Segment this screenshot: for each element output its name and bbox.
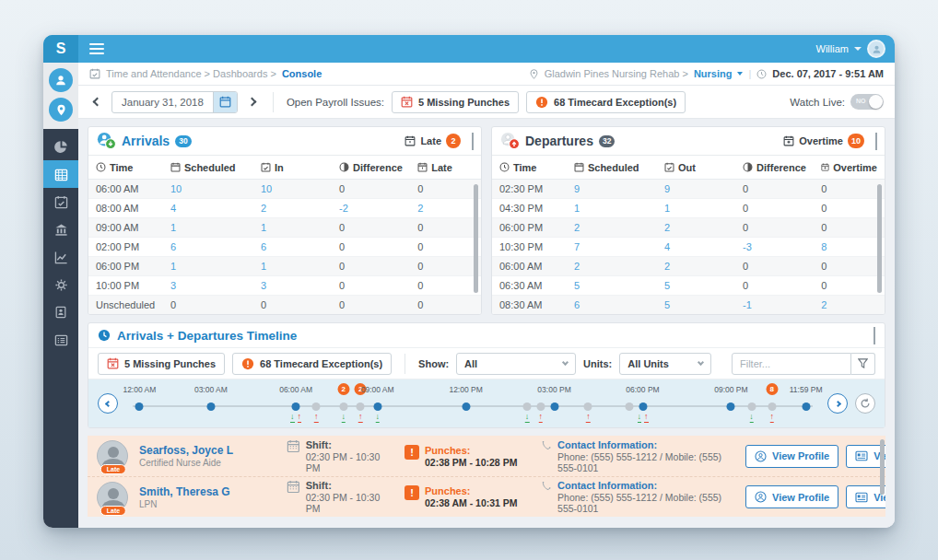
timeline-title: Arrivals + Departures Timeline: [117, 329, 297, 343]
filter-input[interactable]: [732, 353, 851, 375]
collapse-timeline-chevron[interactable]: [874, 327, 875, 344]
calendar-check-icon: [261, 162, 271, 172]
timeline-prev-button[interactable]: [98, 393, 118, 414]
arrival-marker-icon: ↓: [290, 413, 295, 423]
employee-name-link[interactable]: Searfoss, Joyce L: [139, 444, 277, 457]
late-count-badge: 2: [446, 134, 461, 148]
arrivals-panel: Arrivals 30 Late 2: [88, 126, 482, 315]
calendar-button[interactable]: [213, 91, 237, 113]
table-row: 02:00 PM6600: [88, 238, 481, 257]
view-profile-button[interactable]: View Profile: [745, 445, 838, 468]
timecard-exceptions-button[interactable]: 68 Timecard Exception(s): [526, 91, 686, 113]
date-picker[interactable]: January 31, 2018: [111, 91, 238, 113]
shift-time: 02:30 PM - 10:30 PM: [306, 492, 395, 514]
arrivals-title: Arrivals: [122, 134, 170, 148]
sidebar-item-employees[interactable]: [43, 298, 78, 326]
breadcrumb-bar: Time and Attendance > Dashboards > Conso…: [78, 63, 895, 86]
sidebar-item-lists[interactable]: [43, 326, 78, 354]
late-badge: Late: [100, 506, 126, 516]
app-window: S William: [43, 35, 895, 528]
phone-icon: [541, 439, 552, 452]
selected-date: January 31, 2018: [112, 97, 213, 108]
timeline-section: Arrivals + Departures Timeline 5 Missing…: [88, 322, 885, 428]
arrivals-icon: [96, 132, 116, 150]
breadcrumb[interactable]: Time and Attendance > Dashboards >: [106, 68, 276, 79]
scrollbar[interactable]: [474, 184, 478, 293]
employee-name-link[interactable]: Smith, Theresa G: [139, 485, 277, 498]
timeline-dot: [639, 402, 647, 411]
app-logo[interactable]: S: [43, 35, 78, 63]
table-row: 10:00 PM3300: [88, 276, 481, 296]
person-circle-icon: [755, 491, 767, 503]
filter-button[interactable]: [851, 353, 875, 375]
current-datetime: Dec. 07, 2017 - 9:51 AM: [772, 68, 884, 79]
timeline-band: 12:00 AM03:00 AM06:00 AM↓↑↑2↓2↑09:00 AM↓…: [88, 379, 885, 427]
unit-selector[interactable]: Nursing: [694, 68, 733, 79]
sidebar-item-scheduler[interactable]: [43, 188, 78, 216]
sidebar-item-facility[interactable]: [43, 216, 78, 243]
calendar-missing-icon: [401, 96, 413, 108]
missing-punches-button[interactable]: 5 Missing Punches: [392, 91, 519, 113]
calendar-late-icon: [405, 135, 416, 146]
clock-icon: [98, 329, 111, 342]
sidebar-item-profile[interactable]: [49, 68, 73, 92]
sidebar-item-settings[interactable]: [43, 271, 78, 298]
sidebar-item-analytics[interactable]: [43, 133, 78, 160]
units-select[interactable]: All Units: [619, 353, 711, 375]
next-day-button[interactable]: [245, 95, 260, 110]
user-avatar[interactable]: [867, 40, 885, 58]
late-badge: Late: [100, 464, 126, 474]
divider: [405, 354, 405, 374]
calendar-check-icon: [54, 195, 68, 209]
previous-day-button[interactable]: [89, 95, 104, 110]
timeline-dot: [550, 402, 558, 411]
timeline-timecard-exceptions-button[interactable]: 68 Timecard Exception(s): [232, 353, 392, 375]
punch-times: 02:38 AM - 10:31 PM: [425, 497, 518, 508]
exclamation-circle-icon: [241, 357, 254, 370]
watch-live-toggle[interactable]: NO: [850, 94, 884, 110]
contact-label: Contact Information:: [557, 480, 736, 491]
departure-marker-icon: ↑: [298, 413, 302, 423]
timeline-track[interactable]: 12:00 AM03:00 AM06:00 AM↓↑↑2↓2↑09:00 AM↓…: [133, 382, 813, 425]
sidebar-item-reports[interactable]: [43, 243, 78, 271]
timeline-dot: [727, 402, 735, 411]
user-menu[interactable]: William: [816, 43, 849, 54]
departures-overtime-summary[interactable]: Overtime 10: [783, 134, 864, 148]
employee-role: LPN: [139, 499, 277, 509]
desktop-background: S William: [0, 0, 938, 560]
calendar-plus-icon: [821, 162, 829, 172]
hamburger-menu-icon[interactable]: [89, 43, 104, 54]
departures-count-badge: 32: [599, 135, 615, 147]
punches-label: Punches:: [425, 445, 517, 456]
gears-icon: [54, 278, 68, 292]
module-calendar-icon: [89, 68, 100, 79]
exception-count-badge: 2: [337, 383, 349, 395]
punch-times: 02:38 PM - 10:28 PM: [425, 457, 517, 468]
punch-warning-icon: !: [405, 445, 419, 460]
location-pin-icon: [55, 104, 67, 116]
person-icon: [872, 44, 882, 54]
show-select[interactable]: All: [456, 353, 576, 375]
table-row: 08:00 AM42-22: [88, 199, 481, 218]
calendar-late-icon: [417, 162, 428, 172]
scrollbar[interactable]: [877, 184, 882, 293]
departures-icon: [499, 132, 520, 150]
timeline-dot: [339, 402, 347, 411]
arrivals-late-summary[interactable]: Late 2: [405, 134, 461, 148]
timeline-reset-button[interactable]: [855, 393, 875, 414]
table-row: 06:00 AM2200: [492, 257, 885, 276]
calendar-icon: [170, 162, 181, 172]
units-label: Units:: [583, 358, 612, 369]
chevron-down-icon: [854, 47, 862, 51]
timecard-icon: [855, 450, 868, 461]
sidebar-item-location[interactable]: [49, 98, 73, 122]
collapse-departures-chevron[interactable]: [875, 133, 877, 149]
timeline-next-button[interactable]: [827, 393, 848, 414]
departures-table: Time Scheduled Out Difference Overtime 0…: [492, 155, 885, 315]
timeline-missing-punches-button[interactable]: 5 Missing Punches: [98, 353, 225, 375]
sidebar-item-schedule-dashboard[interactable]: [43, 160, 78, 188]
funnel-icon: [858, 358, 868, 368]
collapse-arrivals-chevron[interactable]: [472, 133, 474, 149]
view-profile-button[interactable]: View Profile: [745, 485, 838, 508]
scrollbar[interactable]: [880, 439, 885, 495]
